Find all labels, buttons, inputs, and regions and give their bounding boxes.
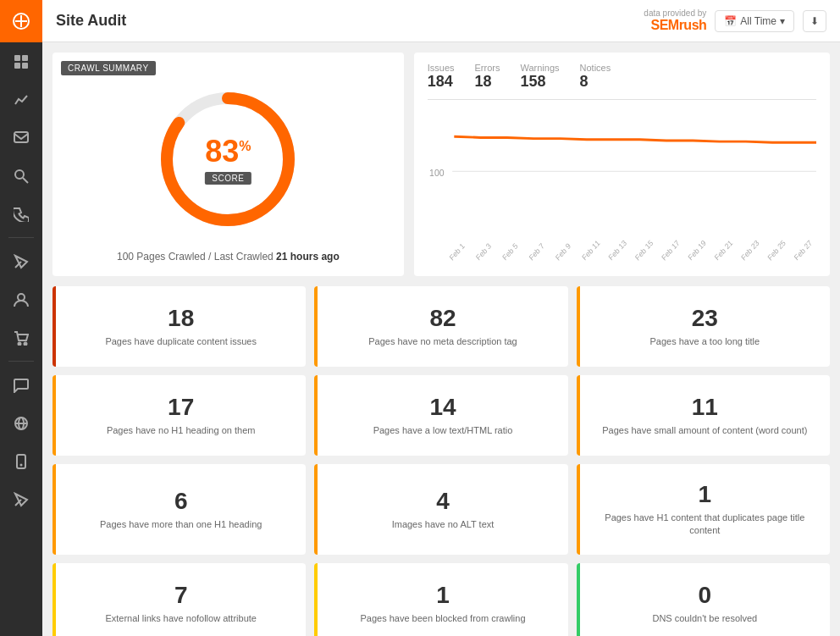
card-number: 1: [699, 481, 712, 508]
sidebar-item-user[interactable]: [0, 280, 42, 318]
card-number: 82: [429, 305, 456, 332]
header-right: data provided by SEMrush 📅 All Time ▾ ⬇: [644, 8, 826, 33]
svg-text:100: 100: [429, 168, 444, 179]
card-number: 14: [429, 394, 456, 421]
card-label: Pages have a low text/HTML ratio: [373, 424, 513, 437]
stat-errors-label: Errors: [475, 63, 500, 73]
chevron-down-icon: ▾: [780, 15, 785, 27]
card-label: External links have nofollow attribute: [105, 612, 257, 625]
card-multiple-h1[interactable]: 6 Pages have more than one H1 heading: [52, 464, 306, 555]
svg-text:Feb 5: Feb 5: [500, 241, 519, 262]
sidebar-item-send[interactable]: [0, 242, 42, 280]
svg-rect-3: [14, 55, 20, 61]
svg-rect-7: [14, 132, 28, 142]
sidebar-item-messages[interactable]: [0, 119, 42, 157]
sidebar-item-phone2[interactable]: [0, 442, 42, 480]
cards-grid: 18 Pages have duplicate content issues 8…: [52, 286, 830, 636]
sidebar-divider-2: [8, 361, 34, 362]
svg-point-8: [15, 170, 24, 179]
card-number: 1: [436, 582, 450, 609]
issues-panel: Issues 184 Errors 18 Warnings 158 Notice…: [414, 53, 830, 276]
sidebar-item-search[interactable]: [0, 157, 42, 195]
card-long-title[interactable]: 23 Pages have a too long title: [577, 286, 830, 367]
donut-center: 83% SCORE: [205, 134, 251, 185]
header: Site Audit data provided by SEMrush 📅 Al…: [42, 0, 840, 42]
sidebar-item-phone[interactable]: [0, 195, 42, 233]
svg-point-12: [18, 294, 25, 301]
crawled-time: 21 hours ago: [276, 251, 340, 263]
svg-text:Feb 15: Feb 15: [633, 238, 655, 262]
download-button[interactable]: ⬇: [803, 10, 826, 32]
brand-name: SEMrush: [650, 18, 706, 33]
card-no-h1[interactable]: 17 Pages have no H1 heading on them: [52, 375, 306, 456]
card-label: Pages have small amount of content (word…: [602, 424, 807, 437]
card-h1-dup-title[interactable]: 1 Pages have H1 content that duplicates …: [577, 464, 830, 555]
top-row: CRAWL SUMMARY 83% SCORE 100 Pages Crawle…: [52, 53, 830, 276]
score-percent: 83%: [205, 134, 251, 169]
stat-warnings: Warnings 158: [520, 63, 559, 91]
pages-crawled-text: 100 Pages Crawled / Last Crawled: [117, 251, 274, 263]
card-number: 7: [174, 582, 188, 609]
svg-point-13: [19, 342, 21, 345]
score-label: SCORE: [205, 172, 251, 185]
svg-text:Feb 11: Feb 11: [580, 238, 601, 262]
stat-notices-value: 8: [580, 73, 611, 91]
download-icon: ⬇: [810, 15, 819, 27]
card-label: Pages have more than one H1 heading: [100, 518, 262, 531]
crawl-info: 100 Pages Crawled / Last Crawled 21 hour…: [117, 251, 340, 263]
sidebar-item-paper-plane[interactable]: [0, 480, 42, 518]
card-number: 17: [168, 394, 194, 421]
card-low-text-ratio[interactable]: 14 Pages have a low text/HTML ratio: [314, 375, 567, 456]
time-range-button[interactable]: 📅 All Time ▾: [715, 10, 794, 32]
content-area: CRAWL SUMMARY 83% SCORE 100 Pages Crawle…: [42, 42, 840, 636]
sidebar: [0, 0, 42, 636]
card-duplicate-content[interactable]: 18 Pages have duplicate content issues: [52, 286, 306, 367]
svg-text:Feb 17: Feb 17: [660, 238, 681, 262]
svg-text:Feb 21: Feb 21: [713, 238, 734, 262]
time-range-label: All Time: [740, 15, 776, 27]
card-number: 6: [174, 488, 188, 515]
stat-warnings-value: 158: [520, 73, 559, 91]
svg-text:Feb 13: Feb 13: [607, 238, 628, 262]
svg-text:Feb 3: Feb 3: [474, 241, 493, 262]
card-dns[interactable]: 0 DNS couldn't be resolved: [577, 563, 830, 636]
sidebar-item-globe[interactable]: [0, 404, 42, 442]
brand-provided-by: data provided by: [644, 8, 706, 18]
stat-errors: Errors 18: [475, 63, 500, 91]
svg-rect-18: [17, 455, 25, 468]
svg-text:Feb 7: Feb 7: [528, 241, 546, 262]
card-blocked-crawling[interactable]: 1 Pages have been blocked from crawling: [314, 563, 567, 636]
sidebar-logo-icon[interactable]: [0, 0, 42, 42]
card-no-meta-desc[interactable]: 82 Pages have no meta description tag: [314, 286, 567, 367]
donut-chart: 83% SCORE: [152, 83, 304, 235]
stat-issues: Issues 184: [428, 63, 455, 91]
sidebar-item-chat[interactable]: [0, 366, 42, 404]
issues-chart: 100 Feb 1 Feb 3 Feb 5 Feb 7 Feb 9 Feb 11…: [428, 107, 816, 266]
brand-logo: data provided by SEMrush: [644, 8, 706, 33]
card-label: Pages have duplicate content issues: [105, 335, 257, 348]
stat-issues-label: Issues: [428, 63, 455, 73]
sidebar-item-dashboard[interactable]: [0, 42, 42, 80]
calendar-icon: 📅: [724, 15, 737, 27]
card-nofollow[interactable]: 7 External links have nofollow attribute: [52, 563, 306, 636]
stat-issues-value: 184: [428, 73, 455, 91]
card-label: DNS couldn't be resolved: [652, 612, 757, 625]
sidebar-item-cart[interactable]: [0, 318, 42, 357]
crawl-summary-label: CRAWL SUMMARY: [61, 61, 156, 75]
card-label: Pages have H1 content that duplicates pa…: [594, 512, 816, 538]
card-number: 0: [699, 582, 712, 609]
svg-text:Feb 25: Feb 25: [765, 238, 787, 262]
card-number: 23: [692, 305, 718, 332]
crawl-summary-panel: CRAWL SUMMARY 83% SCORE 100 Pages Crawle…: [52, 53, 404, 276]
card-no-alt[interactable]: 4 Images have no ALT text: [314, 464, 567, 555]
svg-point-14: [25, 342, 27, 345]
svg-text:Feb 1: Feb 1: [448, 241, 467, 262]
svg-text:Feb 9: Feb 9: [554, 241, 572, 262]
stat-errors-value: 18: [475, 73, 500, 91]
card-label: Pages have a too long title: [650, 335, 760, 348]
card-number: 4: [436, 488, 450, 515]
card-small-content[interactable]: 11 Pages have small amount of content (w…: [577, 375, 830, 456]
sidebar-item-chart[interactable]: [0, 80, 42, 119]
main-content: Site Audit data provided by SEMrush 📅 Al…: [42, 0, 840, 636]
card-label: Pages have been blocked from crawling: [360, 612, 525, 625]
